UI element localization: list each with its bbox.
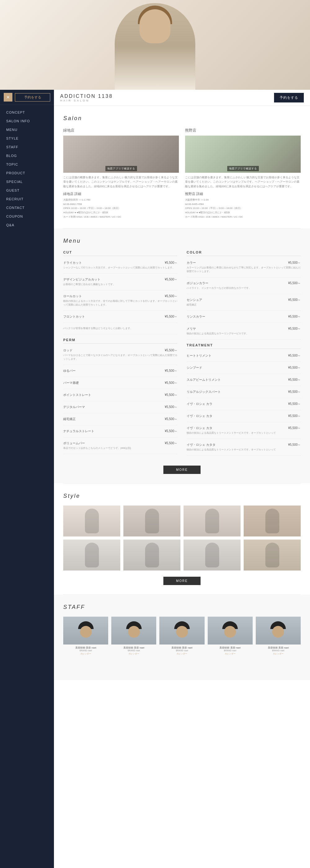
style-card-5[interactable] (63, 539, 120, 570)
menu-item: リルアルジックスパート ¥5,500～ (187, 390, 301, 398)
menu-item: バックリが管理を整備する際はどうぞよろしくお願いします。 (63, 327, 177, 334)
staff-name-jp-1: 美容技術 美容 nael (63, 646, 108, 649)
menu-item: フロントカット ¥5,500～ (63, 314, 177, 323)
menu-item-name: ポイントストレート (63, 393, 91, 397)
sidebar-item-topic[interactable]: TOPIC (0, 160, 54, 169)
style-card-3[interactable] (184, 505, 241, 536)
menu-item: イヴ・ロシェ カタタ ¥5,500～ 独自の技法による高品質なトリートメントサー… (187, 443, 301, 456)
salon-map-link-2[interactable]: 地図アプリで確認する (227, 166, 259, 171)
menu-item-price: ¥5,500～ (165, 393, 177, 397)
sidebar-close-button[interactable]: ✕ (4, 93, 12, 101)
staff-card-3[interactable]: 美容技術 美容 nael BRAND nael カレンダー (159, 617, 204, 655)
menu-item-name: リンスカラー (187, 314, 205, 319)
menu-more-button[interactable]: MORE (163, 466, 201, 474)
menu-item-desc: 独自の技法による高品質なトリートメントサービスです。オーブカットといって (187, 431, 301, 435)
brand-sub: HAIR SALON (60, 99, 113, 102)
sidebar-reserve-button[interactable]: 予約をする (15, 93, 50, 101)
menu-item: ポリュームパー ¥5,500～ 単品でのセット以外もこちらのメニューでどうぞ。(… (63, 441, 177, 454)
staff-image-1 (63, 617, 108, 645)
staff-card-1[interactable]: 美容技術 美容 nael BRAND nael カレンダー (63, 617, 108, 655)
menu-left-column: CUT ドライカット ¥5,500～ シャンプーなしで行うカット方法です。オーブ… (63, 250, 177, 459)
menu-item-name: ポリュームパー (63, 441, 85, 445)
style-card-1[interactable] (63, 505, 120, 536)
menu-item-name: イヴ・ロシェ カタ (187, 414, 213, 418)
style-card-4[interactable] (244, 505, 301, 536)
style-more-button[interactable]: MORE (163, 577, 201, 585)
menu-item-price: ¥5,500～ (165, 348, 177, 352)
menu-item-price: ¥5,500～ (165, 294, 177, 299)
sidebar-item-staff[interactable]: STAFF (0, 143, 54, 151)
sidebar-item-contact[interactable]: CONTACT (0, 204, 54, 212)
sidebar-item-blog[interactable]: BLOG (0, 151, 54, 160)
menu-item-name: メリヤ (187, 327, 196, 331)
sidebar-item-concept[interactable]: CONCEPT (0, 108, 54, 117)
sidebar-item-product[interactable]: PRODUCT (0, 169, 54, 177)
menu-item-price: ¥5,500～ (165, 381, 177, 385)
menu-color-items: カラー ¥5,500～ カラーリングはお客様のご希望に合わせながら丁寧に対応しま… (187, 261, 301, 340)
style-grid-row2 (63, 539, 301, 570)
salon-detail-title-2: 熊野店 詳細 (185, 192, 301, 196)
salon-name-2: 熊野店 (185, 128, 301, 133)
menu-item-name: ロールカット (63, 294, 82, 299)
menu-item-name: ロッド (63, 348, 73, 352)
staff-name-en-3: BRAND nael (159, 649, 204, 652)
staff-card-5[interactable]: 美容技術 美容 nael BRAND nael カレンダー (256, 617, 301, 655)
menu-item: ポジョンカラー ¥5,500～ ハイライト、インナーカラーなどの部分的なカラーで… (187, 281, 301, 294)
menu-item: センシュア ¥5,500～ 縮毛矯正 (187, 298, 301, 311)
menu-item-name: イヴ・ロシェ カラ (187, 402, 213, 406)
menu-item-name: ポジョンカラー (187, 281, 208, 285)
menu-item-price: ¥5,500～ (165, 429, 177, 433)
menu-item-price: ¥5,500～ (288, 298, 301, 302)
header-reserve-button[interactable]: 予約をする (274, 93, 304, 102)
staff-card-2[interactable]: 美容技術 美容 nael BRAND nael カレンダー (111, 617, 156, 655)
sidebar-header: ✕ 予約をする (0, 90, 54, 105)
salon-map-link-1[interactable]: 地図アプリで確認する (105, 166, 137, 171)
staff-card-4[interactable]: 美容技術 美容 nael BRAND nael カレンダー (208, 617, 253, 655)
staff-name-en-5: BRAND nael (256, 649, 301, 652)
menu-item: カラー ¥5,500～ カラーリングはお客様のご希望に合わせながら丁寧に対応しま… (187, 261, 301, 277)
sidebar-item-menu[interactable]: MENU (0, 125, 54, 134)
menu-item: デザインビジュアルカット ¥5,500～ お客様のご希望に合わせた素敵なカットで… (63, 277, 177, 290)
style-card-2[interactable] (123, 505, 180, 536)
staff-image-5 (256, 617, 301, 645)
menu-item-price: ¥5,500～ (165, 314, 177, 319)
style-card-7[interactable] (184, 539, 241, 570)
staff-name-en-1: BRAND nael (63, 649, 108, 652)
menu-item-name: ドライカット (63, 261, 82, 265)
staff-role-5: カレンダー (256, 652, 301, 655)
sidebar-item-qa[interactable]: Q&A (0, 221, 54, 229)
sidebar-nav: CONCEPTSALON INFOMENUSTYLESTAFFBLOGTOPIC… (0, 105, 54, 232)
sidebar: ✕ 予約をする CONCEPTSALON INFOMENUSTYLESTAFFB… (0, 90, 54, 868)
menu-item-price: ¥5,500～ (288, 281, 301, 285)
menu-item: シンプード ¥5,500～ (187, 366, 301, 374)
menu-item-price: ¥5,500～ (288, 378, 301, 382)
menu-perm-items: ロッド ¥5,500～ パーマをかけることで様々なスタイルのヘアになります。オー… (63, 348, 177, 454)
salon-text-2: こには店舗の概要を書きます。集客にふさわしい魅力的な言葉でお客様が多く来るような… (185, 175, 301, 188)
menu-item: ロールカット ¥5,500～ 独自の技法によるカット方法です。全てのお客様に対し… (63, 294, 177, 311)
staff-role-3: カレンダー (159, 652, 204, 655)
menu-color-title: COLOR (187, 250, 301, 256)
sidebar-item-recruit[interactable]: RECRUIT (0, 195, 54, 204)
menu-item-desc: 縮毛矯正 (187, 303, 301, 307)
menu-item-desc: お客様のご希望に合わせた素敵なカットです。 (63, 283, 177, 286)
menu-item: リンスカラー ¥5,500～ (187, 314, 301, 323)
menu-item-desc: ハイライト、インナーカラーなどの部分的なカラーです。 (187, 286, 301, 290)
sidebar-item-salon-info[interactable]: SALON INFO (0, 117, 54, 125)
sidebar-item-style[interactable]: STYLE (0, 134, 54, 143)
menu-item-price: ¥5,500～ (165, 277, 177, 282)
salon-section-title: Salon (63, 115, 301, 122)
salon-section: Salon 緑地店 地図アプリで確認する こには店舗の概要を書きます。集客にふさ… (54, 106, 310, 228)
menu-cut-items: ドライカット ¥5,500～ シャンプーなしで行うカット方法です。オーブーカット… (63, 261, 177, 334)
menu-item-name: バーマ基礎 (63, 381, 79, 385)
menu-section: Menu CUT ドライカット ¥5,500～ シャンプーなしで行うカット方法で… (54, 228, 310, 483)
sidebar-item-coupon[interactable]: COUPON (0, 212, 54, 221)
sidebar-item-guest[interactable]: GUEST (0, 186, 54, 195)
menu-item-name: ゆるパー (63, 369, 76, 373)
style-card-6[interactable] (123, 539, 180, 570)
style-card-8[interactable] (244, 539, 301, 570)
menu-item-name: カラー (187, 261, 196, 265)
menu-item-desc: シャンプーなしで行うカット方法です。オーブーカットといって実際に結んだ状態でカッ… (63, 266, 177, 270)
menu-item-desc: 独自の技法による高品質なカラーリングサービスです。 (187, 332, 301, 336)
menu-item: イヴ・ロシェ カラ ¥5,500～ (187, 402, 301, 410)
sidebar-item-special[interactable]: SPECIAL (0, 177, 54, 186)
